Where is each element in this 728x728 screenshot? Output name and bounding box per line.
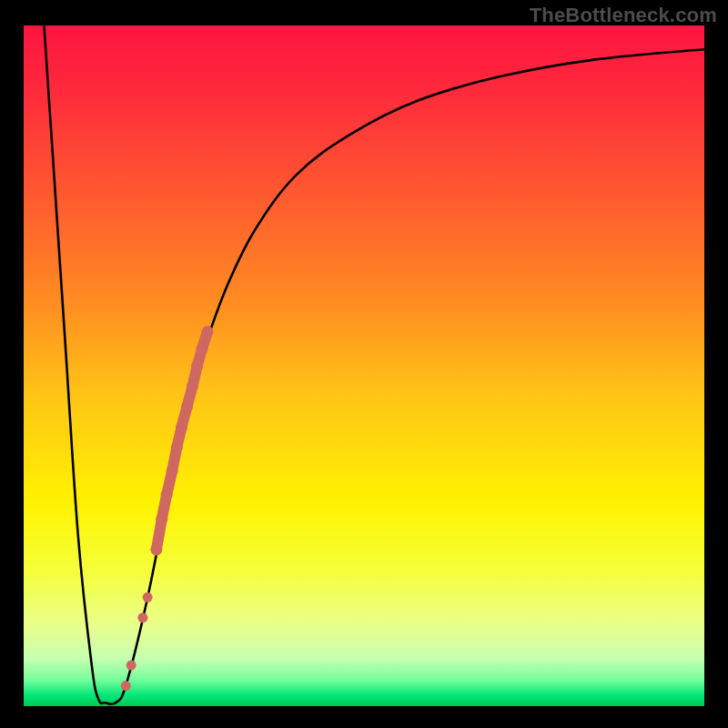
data-point [171,441,183,453]
data-point [176,421,187,433]
data-point [121,681,131,691]
data-point [137,612,147,622]
watermark-text: TheBottleneck.com [530,4,717,27]
chart-svg [0,0,728,728]
data-point [201,326,213,338]
data-point [196,343,207,355]
data-point [181,400,193,412]
data-point [167,465,178,477]
data-point [161,490,173,501]
data-point [191,360,203,372]
chart-frame: TheBottleneck.com [0,0,728,728]
data-point [187,380,198,392]
data-point [156,513,167,525]
data-point [126,661,136,671]
data-point [143,592,153,602]
data-point [150,543,162,555]
